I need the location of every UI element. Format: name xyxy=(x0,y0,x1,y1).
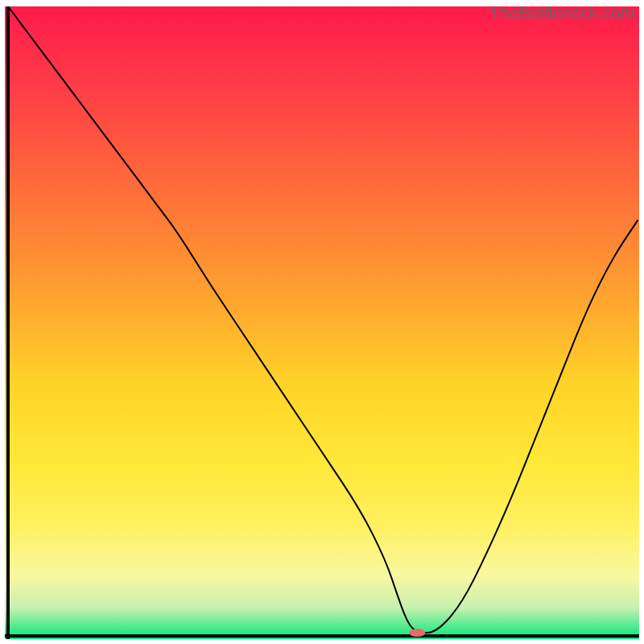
chart-container: TheBottleneck.com xyxy=(0,0,644,644)
optimal-point-marker xyxy=(409,629,425,637)
watermark-text: TheBottleneck.com xyxy=(489,3,634,23)
gradient-background xyxy=(5,6,639,639)
bottleneck-chart xyxy=(5,6,639,639)
marker-group xyxy=(409,629,425,637)
plot-area xyxy=(5,6,639,639)
